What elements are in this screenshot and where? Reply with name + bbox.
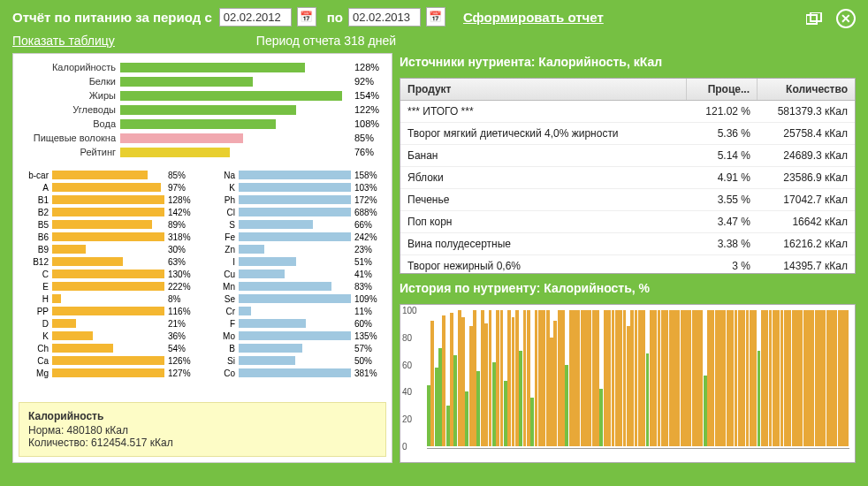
nutrient-row[interactable]: Ch 54%: [19, 342, 200, 354]
nutrient-row[interactable]: K 36%: [19, 330, 200, 342]
nutrient-row[interactable]: H 8%: [19, 292, 200, 305]
summary-bar-row[interactable]: Углеводы 122%: [19, 103, 386, 116]
history-bar: [515, 310, 519, 446]
history-bar: [607, 310, 611, 446]
table-row[interactable]: Поп корн 3.47 % 16642 кКал: [400, 211, 855, 233]
history-bar: [676, 310, 680, 446]
nutrient-label: H: [19, 294, 52, 304]
nutrient-row[interactable]: Cr 11%: [205, 305, 386, 317]
nutrient-row[interactable]: B9 30%: [19, 243, 200, 255]
nutrient-row[interactable]: Ph 172%: [205, 194, 386, 206]
summary-bar-row[interactable]: Рейтинг 76%: [19, 146, 386, 158]
calendar-icon: 📅: [300, 11, 313, 23]
nutrient-row[interactable]: K 103%: [205, 181, 386, 194]
table-row[interactable]: Творог нежирный 0,6% 3 % 14395.7 кКал: [400, 255, 855, 273]
nutrient-row[interactable]: Fe 242%: [205, 231, 386, 243]
nutrient-row[interactable]: PP 116%: [19, 305, 200, 317]
nutrient-row[interactable]: B2 142%: [19, 206, 200, 218]
table-row[interactable]: *** ИТОГО *** 121.02 % 581379.3 кКал: [400, 101, 855, 123]
nutrient-pct: 51%: [351, 257, 386, 267]
nutrient-pct: 41%: [351, 270, 386, 279]
nutrient-pct: 222%: [164, 282, 200, 292]
nutrient-row[interactable]: E 222%: [19, 280, 200, 292]
cell-pct: 5.36 %: [687, 123, 758, 144]
history-bar: [707, 310, 711, 446]
nutrient-row[interactable]: Cl 688%: [205, 206, 386, 218]
app-title-prefix: Отчёт по питанию за период с: [12, 10, 212, 25]
nutrient-label: S: [205, 220, 239, 230]
history-bar: [799, 310, 803, 446]
summary-bar-row[interactable]: Калорийность 128%: [19, 61, 386, 73]
nutrient-row[interactable]: B6 318%: [19, 231, 200, 243]
nutrient-pct: 130%: [164, 270, 200, 279]
col-qty[interactable]: Количество: [758, 79, 855, 100]
nutrient-row[interactable]: S 66%: [205, 218, 386, 231]
table-row[interactable]: Вина полудесертные 3.38 % 16216.2 кКал: [400, 233, 855, 255]
nutrient-row[interactable]: Co 381%: [205, 367, 386, 379]
date-to-input[interactable]: [348, 8, 421, 27]
cell-qty: 16642 кКал: [758, 211, 855, 232]
history-bar: [650, 310, 653, 446]
summary-box: Калорийность Норма: 480180 кКал Количест…: [19, 402, 386, 457]
nutrient-row[interactable]: B 57%: [205, 342, 386, 354]
summary-norm: Норма: 480180 кКал: [28, 424, 377, 437]
generate-report-link[interactable]: Сформировать отчет: [463, 10, 604, 25]
show-table-link[interactable]: Показать таблицу: [12, 34, 115, 48]
summary-bar-label: Жиры: [19, 90, 120, 101]
history-bar: [792, 310, 796, 446]
nutrient-row[interactable]: B5 89%: [19, 218, 200, 231]
nutrient-row[interactable]: Si 50%: [205, 354, 386, 367]
nutrient-label: Se: [205, 294, 239, 304]
cell-pct: 4.91 %: [687, 167, 758, 188]
history-bar: [761, 310, 765, 446]
nutrient-pct: 127%: [164, 368, 200, 378]
history-bar: [673, 310, 676, 446]
table-row[interactable]: Печенье 3.55 % 17042.7 кКал: [400, 189, 855, 211]
windows-icon[interactable]: [804, 9, 824, 28]
nutrient-row[interactable]: Mo 135%: [205, 330, 386, 342]
nutrient-row[interactable]: b-car 85%: [19, 169, 200, 181]
history-bar: [512, 317, 515, 446]
nutrient-row[interactable]: Se 109%: [205, 292, 386, 305]
nutrient-row[interactable]: A 97%: [19, 181, 200, 194]
col-product[interactable]: Продукт: [400, 79, 687, 100]
nutrient-row[interactable]: Cu 41%: [205, 268, 386, 280]
close-button[interactable]: ✕: [836, 9, 856, 28]
table-row[interactable]: Яблоки 4.91 % 23586.9 кКал: [400, 167, 855, 189]
nutrient-pct: 30%: [164, 245, 200, 254]
nutrient-row[interactable]: Mg 127%: [19, 367, 200, 379]
nutrient-row[interactable]: Zn 23%: [205, 243, 386, 255]
nutrient-pct: 242%: [351, 232, 386, 242]
history-bar: [796, 310, 799, 446]
table-row[interactable]: Творог мягкий диетический 4,0% жирности …: [400, 123, 855, 145]
date-from-input[interactable]: [219, 8, 292, 27]
cell-pct: 3.38 %: [687, 233, 758, 254]
nutrient-pct: 128%: [164, 195, 200, 205]
nutrient-row[interactable]: Mn 83%: [205, 280, 386, 292]
nutrient-row[interactable]: D 21%: [19, 317, 200, 330]
nutrient-row[interactable]: Na 158%: [205, 169, 386, 181]
summary-bar-row[interactable]: Белки 92%: [19, 75, 386, 87]
history-bar: [542, 310, 545, 446]
nutrient-pct: 688%: [351, 208, 386, 217]
table-row[interactable]: Банан 5.14 % 24689.3 кКал: [400, 145, 855, 167]
calendar-from-button[interactable]: 📅: [297, 7, 316, 27]
summary-bar-row[interactable]: Вода 108%: [19, 118, 386, 130]
nutrient-row[interactable]: B1 128%: [19, 194, 200, 206]
nutrient-row[interactable]: Ca 126%: [19, 354, 200, 367]
summary-bar-row[interactable]: Пищевые волокна 85%: [19, 132, 386, 144]
col-percent[interactable]: Проце...: [687, 79, 758, 100]
summary-bar-row[interactable]: Жиры 154%: [19, 89, 386, 102]
nutrient-label: F: [205, 319, 239, 329]
sources-table: Продукт Проце... Количество *** ИТОГО **…: [400, 78, 856, 274]
nutrient-row[interactable]: I 51%: [205, 255, 386, 268]
history-bar: [588, 310, 591, 446]
cell-qty: 17042.7 кКал: [758, 189, 855, 210]
calendar-to-button[interactable]: 📅: [426, 7, 445, 27]
nutrient-label: B5: [19, 220, 52, 230]
nutrient-pct: 103%: [351, 183, 386, 193]
history-bar: [481, 310, 484, 446]
nutrient-row[interactable]: B12 63%: [19, 255, 200, 268]
nutrient-row[interactable]: F 60%: [205, 317, 386, 330]
nutrient-row[interactable]: C 130%: [19, 268, 200, 280]
